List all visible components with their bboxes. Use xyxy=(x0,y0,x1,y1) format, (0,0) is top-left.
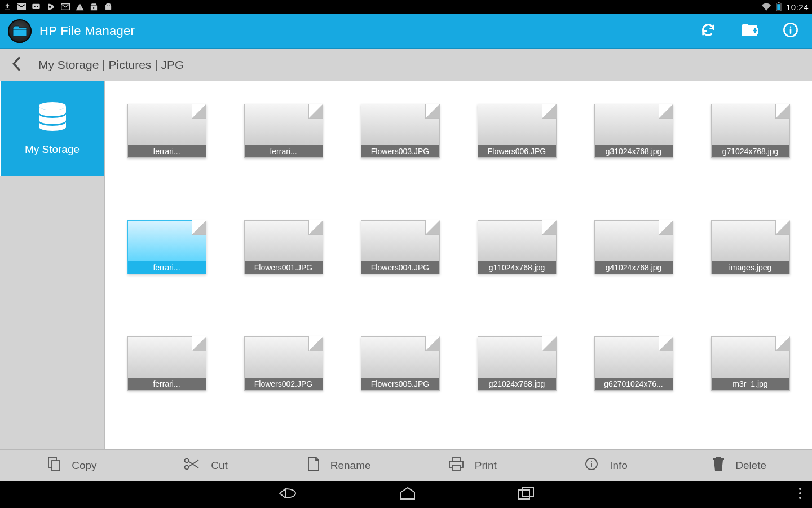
toolbar-label: Rename xyxy=(330,459,371,472)
file-name-label: g11024x768.jpg xyxy=(478,261,556,274)
svg-rect-15 xyxy=(52,461,60,471)
android-icon xyxy=(104,3,113,11)
file-name-label: m3r_1.jpg xyxy=(712,378,789,390)
toolbar-label: Copy xyxy=(72,459,96,472)
nav-recent-button[interactable] xyxy=(518,487,535,502)
info-button[interactable]: Info xyxy=(540,457,673,474)
sidebar: My Storage xyxy=(0,81,105,449)
selection-toolbar: Copy Cut Rename Print Info Delete xyxy=(0,449,812,481)
file-name-label: Flowers001.JPG xyxy=(245,261,323,274)
app-action-bar: HP File Manager xyxy=(0,14,812,49)
info-icon xyxy=(585,457,598,474)
svg-point-16 xyxy=(185,466,189,470)
sidebar-tab-my-storage[interactable]: My Storage xyxy=(0,81,104,176)
file-item[interactable]: g21024x768.jpg xyxy=(474,336,559,391)
copy-icon xyxy=(48,457,60,474)
svg-rect-18 xyxy=(452,458,460,461)
refresh-button[interactable] xyxy=(700,22,716,40)
back-button[interactable] xyxy=(11,56,21,74)
svg-rect-23 xyxy=(522,488,533,497)
svg-point-6 xyxy=(109,5,109,6)
mail-icon xyxy=(61,3,70,10)
svg-point-13 xyxy=(39,102,66,110)
svg-rect-20 xyxy=(452,465,460,470)
android-status-bar: 10:24 xyxy=(0,0,812,14)
file-item[interactable]: g11024x768.jpg xyxy=(474,220,559,274)
info-button[interactable] xyxy=(783,22,798,40)
toolbar-label: Print xyxy=(475,459,497,472)
svg-point-24 xyxy=(799,488,801,490)
file-grid-area[interactable]: ferrari...ferrari...Flowers003.JPGFlower… xyxy=(105,81,812,449)
file-item[interactable]: Flowers001.JPG xyxy=(241,220,326,274)
toolbar-label: Delete xyxy=(735,459,766,472)
file-name-label: ferrari... xyxy=(128,145,206,157)
file-item[interactable]: Flowers004.JPG xyxy=(358,220,443,274)
file-item[interactable]: g71024x768.jpg xyxy=(708,104,793,158)
rename-button[interactable]: Rename xyxy=(272,457,406,474)
svg-point-25 xyxy=(799,492,801,494)
nav-back-button[interactable] xyxy=(277,487,298,502)
nvidia-icon xyxy=(46,3,55,11)
svg-rect-22 xyxy=(518,490,529,499)
file-item[interactable]: m3r_1.jpg xyxy=(708,336,793,391)
sidebar-tab-label: My Storage xyxy=(25,143,80,156)
file-item[interactable]: Flowers002.JPG xyxy=(241,336,326,391)
svg-rect-8 xyxy=(778,2,779,3)
svg-point-26 xyxy=(799,497,801,499)
file-name-label: g71024x768.jpg xyxy=(712,145,789,157)
mail-icon xyxy=(17,3,26,10)
rename-icon xyxy=(308,457,319,474)
new-folder-button[interactable] xyxy=(741,23,758,39)
file-item[interactable]: ferrari... xyxy=(124,104,209,158)
file-item[interactable]: ferrari... xyxy=(124,336,209,391)
app-title: HP File Manager xyxy=(39,24,135,38)
svg-rect-0 xyxy=(32,4,39,9)
file-item[interactable]: g41024x768.jpg xyxy=(591,220,676,274)
battery-icon xyxy=(776,2,782,11)
svg-point-5 xyxy=(107,5,107,6)
cut-button[interactable]: Cut xyxy=(139,458,273,473)
file-item[interactable]: g62701024x76... xyxy=(591,336,676,391)
file-name-label: ferrari... xyxy=(128,261,206,274)
file-item[interactable]: Flowers003.JPG xyxy=(358,104,443,158)
file-name-label: g31024x768.jpg xyxy=(595,145,673,157)
file-item[interactable]: Flowers005.JPG xyxy=(358,336,443,391)
print-icon xyxy=(449,457,464,474)
breadcrumb-path[interactable]: My Storage | Pictures | JPG xyxy=(38,58,184,72)
status-clock: 10:24 xyxy=(786,2,809,12)
file-item[interactable]: Flowers006.JPG xyxy=(474,104,559,158)
file-item[interactable]: ferrari... xyxy=(241,104,326,158)
file-item[interactable]: g31024x768.jpg xyxy=(591,104,676,158)
cut-icon xyxy=(184,458,200,473)
file-name-label: Flowers005.JPG xyxy=(361,378,439,390)
play-store-icon xyxy=(90,3,98,11)
svg-point-17 xyxy=(185,459,189,463)
file-name-label: images.jpeg xyxy=(712,261,789,274)
breadcrumb-bar: My Storage | Pictures | JPG xyxy=(0,49,812,81)
delete-button[interactable]: Delete xyxy=(673,457,806,474)
nav-menu-button[interactable] xyxy=(798,487,802,502)
upload-icon xyxy=(3,3,11,11)
toolbar-label: Info xyxy=(610,459,628,472)
file-item[interactable]: images.jpeg xyxy=(708,220,793,274)
copy-button[interactable]: Copy xyxy=(6,457,139,474)
file-name-label: ferrari... xyxy=(245,145,323,157)
file-name-label: g62701024x76... xyxy=(595,378,673,390)
nav-home-button[interactable] xyxy=(399,487,416,502)
file-name-label: g41024x768.jpg xyxy=(595,261,673,274)
svg-point-3 xyxy=(49,6,51,8)
file-name-label: Flowers006.JPG xyxy=(478,145,556,157)
print-button[interactable]: Print xyxy=(406,457,540,474)
toolbar-label: Cut xyxy=(211,459,228,472)
file-name-label: g21024x768.jpg xyxy=(478,378,556,390)
file-name-label: Flowers003.JPG xyxy=(361,145,439,157)
alert-icon xyxy=(76,3,84,11)
file-item[interactable]: ferrari... xyxy=(124,220,209,274)
file-name-label: ferrari... xyxy=(128,378,206,390)
app-notif-icon xyxy=(32,3,41,11)
svg-rect-9 xyxy=(777,4,780,10)
app-logo-icon xyxy=(8,19,32,43)
file-name-label: Flowers002.JPG xyxy=(245,378,323,390)
storage-icon xyxy=(37,102,68,133)
svg-point-2 xyxy=(37,6,38,7)
